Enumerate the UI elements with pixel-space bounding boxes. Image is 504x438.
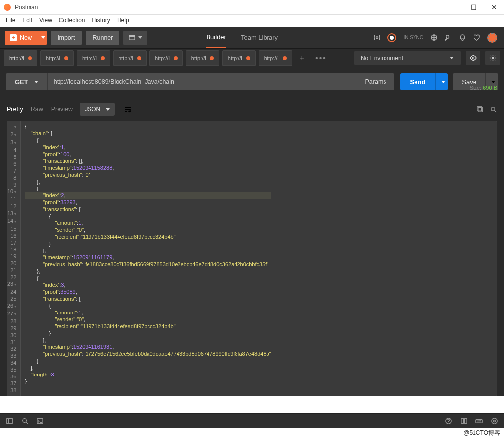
tab-builder[interactable]: Builder — [206, 28, 226, 48]
main-toolbar: + New Import Runner Builder Team Library… — [0, 27, 504, 49]
dirty-indicator-icon — [174, 56, 178, 60]
request-tab[interactable]: http://l — [113, 50, 147, 66]
dirty-indicator-icon — [283, 56, 287, 60]
tab-label: http://l — [155, 55, 170, 61]
window-title: Postman — [15, 4, 38, 11]
svg-point-2 — [376, 37, 378, 39]
menu-collection[interactable]: Collection — [59, 17, 85, 24]
support-icon[interactable] — [491, 417, 498, 425]
help-icon[interactable] — [445, 417, 452, 425]
dirty-indicator-icon — [246, 56, 250, 60]
send-button[interactable]: Send — [400, 73, 436, 90]
svg-point-8 — [491, 107, 495, 111]
chevron-down-icon — [34, 81, 38, 83]
open-new-dropdown[interactable] — [123, 31, 147, 45]
request-tab[interactable]: http://l — [77, 50, 110, 66]
size-value: 690 B — [483, 85, 497, 91]
tab-team-library[interactable]: Team Library — [241, 34, 278, 41]
eye-icon — [470, 54, 477, 62]
request-tab[interactable]: http://l — [259, 50, 292, 66]
environment-label: No Environment — [361, 55, 403, 62]
postman-logo-icon — [4, 4, 11, 11]
close-button[interactable]: ✕ — [488, 3, 500, 11]
line-gutter: 1234567891011121314151617181920212223242… — [7, 121, 21, 396]
dirty-indicator-icon — [28, 56, 32, 60]
view-preview[interactable]: Preview — [51, 106, 73, 113]
tab-label: http://l — [228, 55, 242, 61]
tab-label: http://l — [46, 55, 60, 61]
menu-file[interactable]: File — [6, 17, 15, 24]
bell-icon[interactable] — [459, 34, 466, 41]
svg-rect-16 — [476, 420, 482, 423]
window-titlebar: Postman — ☐ ✕ — [0, 0, 504, 15]
plus-icon: + — [10, 34, 17, 41]
environment-select[interactable]: No Environment — [354, 51, 461, 65]
menu-help[interactable]: Help — [117, 17, 129, 24]
code-content: { "chain": [ { "index": 1, "proof": 100,… — [21, 121, 275, 396]
request-url-row: GET Params Send Save — [0, 67, 504, 96]
runner-button[interactable]: Runner — [86, 31, 119, 45]
tab-label: http://l — [9, 55, 24, 61]
size-label: Size: — [470, 85, 481, 91]
sync-status-icon[interactable] — [387, 33, 396, 42]
new-tab-button[interactable]: + — [295, 54, 309, 63]
response-body[interactable]: 1234567891011121314151617181920212223242… — [7, 121, 497, 396]
wrap-lines-toggle[interactable] — [121, 103, 134, 116]
dirty-indicator-icon — [101, 56, 105, 60]
import-button[interactable]: Import — [51, 31, 82, 45]
copy-icon[interactable] — [476, 106, 484, 113]
tab-label: http://l — [264, 55, 279, 61]
search-icon[interactable] — [490, 106, 497, 113]
settings-button[interactable] — [485, 51, 500, 65]
console-icon[interactable] — [36, 417, 44, 425]
view-raw[interactable]: Raw — [31, 106, 43, 113]
wrench-icon[interactable] — [445, 34, 452, 41]
svg-rect-9 — [7, 419, 12, 423]
send-dropdown[interactable] — [435, 73, 448, 90]
tabs-overflow[interactable]: ••• — [312, 54, 329, 63]
sidebar-toggle-icon[interactable] — [6, 417, 13, 425]
url-input[interactable] — [47, 73, 357, 90]
environment-quicklook[interactable] — [466, 51, 480, 65]
status-bar — [0, 413, 504, 428]
menu-history[interactable]: History — [92, 17, 110, 24]
new-dropdown[interactable] — [37, 31, 47, 45]
chevron-down-icon — [41, 36, 45, 39]
request-tab[interactable]: http://l — [186, 50, 219, 66]
method-label: GET — [15, 78, 28, 86]
find-icon[interactable] — [21, 417, 29, 425]
dirty-indicator-icon — [210, 56, 214, 60]
minimize-button[interactable]: — — [447, 3, 459, 11]
window-icon — [128, 34, 136, 41]
tab-label: http://l — [191, 55, 206, 61]
response-view-tabs: Pretty Raw Preview — [7, 106, 73, 113]
gear-icon — [489, 54, 497, 62]
tab-label: http://l — [82, 55, 97, 61]
new-button[interactable]: + New — [5, 31, 37, 45]
request-tab[interactable]: http://l — [222, 50, 256, 66]
chevron-down-icon — [138, 36, 142, 39]
svg-point-17 — [492, 418, 497, 424]
menu-edit[interactable]: Edit — [22, 17, 32, 24]
request-tab[interactable]: http://l — [40, 50, 74, 66]
request-tab[interactable]: http://l — [4, 50, 37, 66]
view-pretty[interactable]: Pretty — [7, 106, 23, 113]
heart-icon[interactable] — [473, 34, 480, 41]
workspace-tabs: Builder Team Library — [206, 28, 278, 48]
two-pane-icon[interactable] — [460, 417, 468, 425]
maximize-button[interactable]: ☐ — [468, 3, 479, 11]
keyboard-icon[interactable] — [475, 417, 483, 425]
menu-view[interactable]: View — [39, 17, 52, 24]
globe-icon[interactable] — [430, 34, 438, 41]
params-button[interactable]: Params — [357, 73, 394, 90]
satellite-icon[interactable] — [373, 34, 381, 41]
method-select[interactable]: GET — [6, 73, 47, 90]
wrap-icon — [124, 106, 132, 113]
chevron-down-icon — [441, 81, 445, 83]
format-select[interactable]: JSON — [80, 103, 115, 116]
svg-point-5 — [492, 57, 494, 59]
chevron-down-icon — [450, 57, 454, 59]
format-label: JSON — [85, 106, 100, 113]
user-avatar[interactable] — [487, 33, 497, 43]
request-tab[interactable]: http://l — [149, 50, 183, 66]
